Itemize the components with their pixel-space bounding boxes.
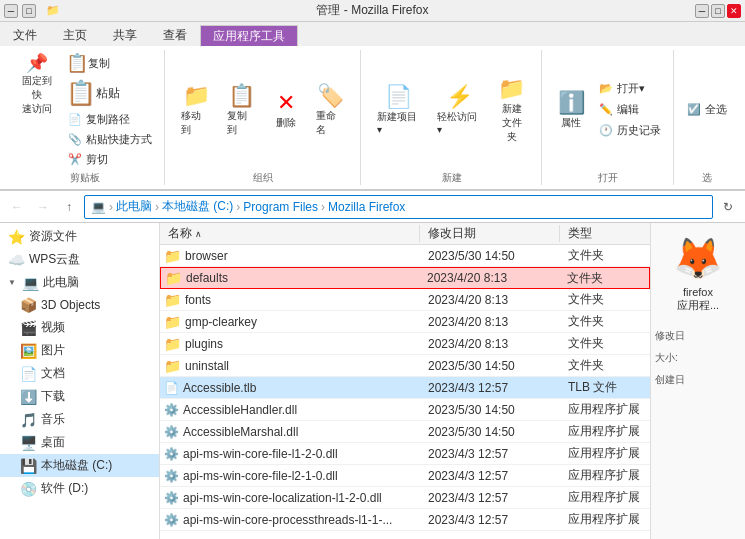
- ribbon-content: 📌 固定到快 速访问 📋 复制 📋 粘贴 📄 复制路径 📎: [0, 46, 745, 191]
- forward-button[interactable]: →: [32, 196, 54, 218]
- folder-icon: 📁: [165, 270, 182, 286]
- tab-share[interactable]: 共享: [100, 24, 150, 46]
- ribbon-group-clipboard: 📌 固定到快 速访问 📋 复制 📋 粘贴 📄 复制路径 📎: [6, 50, 165, 185]
- file-icon: ⚙️: [164, 447, 179, 461]
- tab-file[interactable]: 文件: [0, 24, 50, 46]
- maximize-button[interactable]: □: [22, 4, 36, 18]
- file-icon: ⚙️: [164, 513, 179, 527]
- rename-button[interactable]: 🏷️ 重命名: [310, 79, 351, 141]
- paste-shortcut-button[interactable]: 📎 粘贴快捷方式: [64, 130, 156, 149]
- sidebar-item-downloads[interactable]: ⬇️ 下载: [0, 385, 159, 408]
- column-date[interactable]: 修改日期: [420, 225, 560, 242]
- file-name-plugins: 📁 plugins: [160, 336, 420, 352]
- copy-to-button[interactable]: 📋 复制到: [221, 79, 262, 141]
- table-row[interactable]: ⚙️ api-ms-win-core-processthreads-l1-1-.…: [160, 509, 650, 531]
- file-icon: ⚙️: [164, 403, 179, 417]
- paste-button[interactable]: 📋 粘贴: [64, 77, 156, 109]
- edit-button[interactable]: ✏️ 编辑: [595, 100, 665, 119]
- copy-path-icon: 📄: [68, 113, 82, 126]
- file-icon: ⚙️: [164, 491, 179, 505]
- window-controls: ─ □ ✕: [695, 4, 741, 18]
- sidebar-item-drive-c[interactable]: 💾 本地磁盘 (C:): [0, 454, 159, 477]
- win-maximize[interactable]: □: [711, 4, 725, 18]
- address-programfiles[interactable]: Program Files: [243, 200, 318, 214]
- pin-button[interactable]: 📌 固定到快 速访问: [14, 50, 60, 118]
- address-computer-icon: 💻: [91, 200, 106, 214]
- documents-icon: 📄: [20, 366, 37, 382]
- refresh-button[interactable]: ↻: [717, 196, 739, 218]
- up-button[interactable]: ↑: [58, 196, 80, 218]
- sidebar-item-documents[interactable]: 📄 文档: [0, 362, 159, 385]
- folder-icon: 📁: [164, 248, 181, 264]
- table-row[interactable]: ⚙️ AccessibleMarshal.dll 2023/5/30 14:50…: [160, 421, 650, 443]
- sidebar-item-favorites[interactable]: ⭐ 资源文件: [0, 225, 159, 248]
- back-button[interactable]: ←: [6, 196, 28, 218]
- table-row[interactable]: 📄 Accessible.tlb 2023/4/3 12:57 TLB 文件: [160, 377, 650, 399]
- move-to-button[interactable]: 📁 移动到: [175, 79, 216, 141]
- table-row[interactable]: 📁 plugins 2023/4/20 8:13 文件夹: [160, 333, 650, 355]
- table-row[interactable]: ⚙️ AccessibleHandler.dll 2023/5/30 14:50…: [160, 399, 650, 421]
- pin-icon: 📌: [26, 52, 48, 74]
- table-row[interactable]: 📁 defaults 2023/4/20 8:13 文件夹: [160, 267, 650, 289]
- address-drive[interactable]: 本地磁盘 (C:): [162, 198, 233, 215]
- tab-home[interactable]: 主页: [50, 24, 100, 46]
- copy-icon: 📋: [66, 52, 88, 74]
- file-name-defaults: 📁 defaults: [161, 270, 419, 286]
- minimize-button[interactable]: ─: [4, 4, 18, 18]
- easy-access-button[interactable]: ⚡ 轻松访问▾: [431, 80, 487, 139]
- properties-button[interactable]: ℹ️ 属性: [551, 86, 591, 134]
- address-firefox[interactable]: Mozilla Firefox: [328, 200, 405, 214]
- app-name: firefox应用程...: [677, 286, 719, 313]
- delete-button[interactable]: ✕ 删除: [266, 86, 306, 134]
- tab-view[interactable]: 查看: [150, 24, 200, 46]
- file-list: 名称 ∧ 修改日期 类型 📁 browser 2023/5/30 14:50 文…: [160, 223, 650, 539]
- sidebar: ⭐ 资源文件 ☁️ WPS云盘 ▼ 💻 此电脑 📦 3D Objects 🎬 视…: [0, 223, 160, 539]
- sidebar-item-music[interactable]: 🎵 音乐: [0, 408, 159, 431]
- new-label: 新建: [442, 169, 462, 185]
- downloads-icon: ⬇️: [20, 389, 37, 405]
- file-name-accessible-tlb: 📄 Accessible.tlb: [160, 381, 420, 395]
- table-row[interactable]: 📁 gmp-clearkey 2023/4/20 8:13 文件夹: [160, 311, 650, 333]
- clipboard-label: 剪贴板: [70, 169, 100, 185]
- sidebar-item-pictures[interactable]: 🖼️ 图片: [0, 339, 159, 362]
- select-all-button[interactable]: ☑️ 全选: [683, 100, 731, 119]
- history-icon: 🕐: [599, 124, 613, 137]
- column-type[interactable]: 类型: [560, 225, 650, 242]
- sidebar-item-thispc[interactable]: ▼ 💻 此电脑: [0, 271, 159, 294]
- wps-icon: ☁️: [8, 252, 25, 268]
- win-minimize[interactable]: ─: [695, 4, 709, 18]
- copy-path-button[interactable]: 📄 复制路径: [64, 110, 156, 129]
- sidebar-item-3dobjects[interactable]: 📦 3D Objects: [0, 294, 159, 316]
- sidebar-item-videos[interactable]: 🎬 视频: [0, 316, 159, 339]
- new-folder-button[interactable]: 📁 新建 文件夹: [491, 72, 533, 148]
- desktop-icon: 🖥️: [20, 435, 37, 451]
- size-label: 大小:: [655, 351, 741, 365]
- copy-button[interactable]: 📋 复制: [64, 50, 156, 76]
- new-item-icon: 📄: [385, 84, 412, 110]
- organize-label: 组织: [253, 169, 273, 185]
- file-icon: ⚙️: [164, 469, 179, 483]
- file-name-gmp: 📁 gmp-clearkey: [160, 314, 420, 330]
- sidebar-item-drive-d[interactable]: 💿 软件 (D:): [0, 477, 159, 500]
- new-item-button[interactable]: 📄 新建项目▾: [371, 80, 427, 139]
- address-bar[interactable]: 💻 › 此电脑 › 本地磁盘 (C:) › Program Files › Mo…: [84, 195, 713, 219]
- history-button[interactable]: 🕐 历史记录: [595, 121, 665, 140]
- open-buttons: ℹ️ 属性 📂 打开▾ ✏️ 编辑 🕐 历史记录: [551, 50, 665, 169]
- move-icon: 📁: [183, 83, 210, 109]
- table-row[interactable]: ⚙️ api-ms-win-core-localization-l1-2-0.d…: [160, 487, 650, 509]
- table-row[interactable]: ⚙️ api-ms-win-core-file-l1-2-0.dll 2023/…: [160, 443, 650, 465]
- table-row[interactable]: ⚙️ api-ms-win-core-file-l2-1-0.dll 2023/…: [160, 465, 650, 487]
- ribbon-group-select: ☑️ 全选 选: [676, 50, 739, 185]
- table-row[interactable]: 📁 browser 2023/5/30 14:50 文件夹: [160, 245, 650, 267]
- sidebar-item-wps[interactable]: ☁️ WPS云盘: [0, 248, 159, 271]
- tab-app-tools[interactable]: 应用程序工具: [200, 25, 298, 47]
- address-pc[interactable]: 此电脑: [116, 198, 152, 215]
- ribbon-tabs: 文件 主页 共享 查看 应用程序工具: [0, 22, 745, 46]
- column-name[interactable]: 名称 ∧: [160, 225, 420, 242]
- sidebar-item-desktop[interactable]: 🖥️ 桌面: [0, 431, 159, 454]
- table-row[interactable]: 📁 fonts 2023/4/20 8:13 文件夹: [160, 289, 650, 311]
- win-close[interactable]: ✕: [727, 4, 741, 18]
- cut-button[interactable]: ✂️ 剪切: [64, 150, 156, 169]
- table-row[interactable]: 📁 uninstall 2023/5/30 14:50 文件夹: [160, 355, 650, 377]
- open-button[interactable]: 📂 打开▾: [595, 79, 665, 98]
